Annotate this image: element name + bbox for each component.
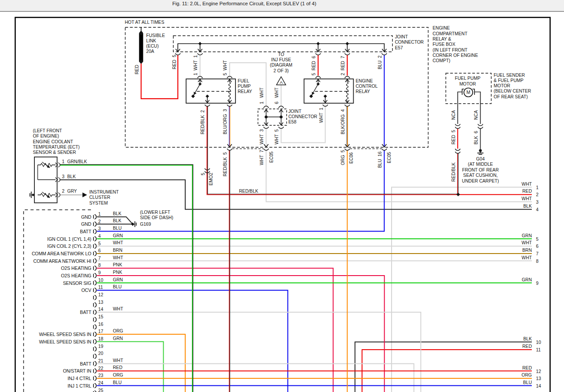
svg-text:1: 1	[98, 212, 101, 217]
svg-text:4: 4	[536, 207, 539, 212]
svg-text:12: 12	[98, 292, 104, 297]
svg-text:6: 6	[98, 248, 101, 253]
svg-text:E58: E58	[288, 119, 296, 124]
svg-text:20: 20	[98, 351, 104, 356]
svg-text:MOTOR: MOTOR	[494, 83, 511, 88]
svg-text:16: 16	[98, 322, 104, 327]
svg-text:FUSIBLE: FUSIBLE	[146, 33, 165, 38]
svg-text:5: 5	[98, 241, 101, 246]
svg-text:CORNER OF ENGINE: CORNER OF ENGINE	[433, 53, 478, 58]
svg-text:RELAY &: RELAY &	[433, 37, 451, 41]
svg-text:RED: RED	[522, 344, 532, 349]
svg-text:15: 15	[98, 314, 104, 319]
svg-text:GRN: GRN	[522, 277, 532, 282]
svg-text:EC05: EC05	[269, 151, 274, 163]
svg-text:ON/START IN: ON/START IN	[63, 368, 91, 373]
svg-text:IGN COIL 2 (CYL 2,3): IGN COIL 2 (CYL 2,3)	[47, 243, 91, 249]
svg-text:11: 11	[536, 347, 541, 352]
svg-text:WHT 3: WHT 3	[259, 129, 264, 145]
svg-text:WHT: WHT	[522, 182, 532, 187]
svg-text:19: 19	[98, 344, 104, 349]
svg-text:20A: 20A	[146, 49, 154, 54]
svg-text:& FUEL PUMP: & FUEL PUMP	[494, 78, 524, 83]
svg-text:BLK: BLK	[523, 336, 532, 341]
svg-text:BRN: BRN	[113, 248, 123, 253]
svg-text:COMM AREA NETWORK LO: COMM AREA NETWORK LO	[32, 251, 91, 256]
svg-text:ENGINE: ENGINE	[433, 26, 450, 30]
svg-text:5 RED 6: 5 RED 6	[311, 56, 316, 75]
svg-text:RED: RED	[522, 189, 532, 194]
svg-text:WHT: WHT	[522, 255, 532, 260]
svg-text:2: 2	[98, 219, 101, 224]
svg-text:COMPT): COMPT)	[433, 58, 450, 63]
svg-text:GRN: GRN	[113, 336, 123, 341]
svg-text:RED/BLK: RED/BLK	[239, 189, 258, 194]
svg-text:GRN: GRN	[113, 277, 123, 282]
svg-text:13: 13	[98, 300, 104, 305]
svg-text:G04: G04	[476, 157, 485, 161]
svg-text:ORG 5: ORG 5	[340, 150, 345, 165]
svg-text:SEAT CUSHION,: SEAT CUSHION,	[463, 173, 497, 178]
svg-text:(BELOW CENTER: (BELOW CENTER	[494, 89, 531, 93]
svg-text:14: 14	[98, 307, 104, 312]
svg-text:OF REAR SEAT): OF REAR SEAT)	[494, 94, 528, 99]
svg-text:BATT: BATT	[80, 229, 91, 234]
svg-text:2: 2	[536, 192, 539, 197]
svg-text:(LEFT FRONT: (LEFT FRONT	[33, 128, 62, 133]
svg-text:M: M	[467, 90, 471, 95]
svg-text:ORG: ORG	[522, 373, 532, 377]
svg-text:EC06: EC06	[349, 152, 354, 164]
svg-text:COMM AREA NETWORK HI: COMM AREA NETWORK HI	[33, 258, 91, 264]
svg-text:O2S HEATING: O2S HEATING	[61, 265, 91, 271]
svg-text:WHT 1: WHT 1	[319, 108, 324, 123]
svg-text:14: 14	[536, 384, 542, 388]
svg-text:INSTRUMENT: INSTRUMENT	[90, 190, 119, 194]
svg-text:6 WHT: 6 WHT	[274, 88, 279, 104]
svg-text:7: 7	[536, 251, 539, 256]
svg-text:SENSOR & SENDER: SENSOR & SENDER	[33, 150, 76, 155]
svg-text:BATT: BATT	[80, 361, 91, 366]
svg-text:1 WHT: 1 WHT	[259, 88, 264, 104]
svg-text:ORG: ORG	[113, 329, 123, 333]
svg-text:NCA: NCA	[474, 110, 478, 120]
svg-text:JOINT: JOINT	[395, 34, 408, 39]
svg-text:WHT: WHT	[113, 240, 123, 245]
svg-text:LINK: LINK	[146, 38, 157, 43]
svg-text:BLK: BLK	[113, 211, 121, 216]
svg-text:(ECU): (ECU)	[146, 44, 159, 49]
svg-text:CONNECTOR: CONNECTOR	[395, 40, 424, 45]
svg-text:FUSE BOX: FUSE BOX	[433, 42, 456, 47]
svg-text:9: 9	[536, 281, 539, 286]
svg-text:A: A	[280, 80, 283, 85]
svg-text:WHT 7: WHT 7	[259, 150, 264, 165]
svg-text:GND: GND	[81, 214, 92, 220]
svg-text:RED/BLK: RED/BLK	[451, 162, 456, 182]
svg-text:UNDER CARPET): UNDER CARPET)	[462, 179, 499, 183]
svg-text:BLK: BLK	[67, 174, 76, 179]
svg-text:WHT 5: WHT 5	[274, 129, 279, 145]
svg-text:BLK: BLK	[113, 218, 121, 223]
svg-text:GRN: GRN	[522, 233, 532, 238]
svg-text:FUEL PUMP: FUEL PUMP	[455, 76, 481, 81]
svg-text:GND: GND	[81, 221, 92, 227]
svg-text:RELAY: RELAY	[356, 89, 370, 94]
svg-text:WHT: WHT	[113, 255, 123, 260]
svg-text:BLU 16: BLU 16	[377, 151, 382, 168]
svg-text:FUEL: FUEL	[238, 78, 249, 83]
svg-text:ORG: ORG	[113, 373, 123, 377]
svg-text:BLU: BLU	[113, 226, 122, 231]
svg-text:RED 5: RED 5	[451, 130, 456, 144]
svg-text:24: 24	[98, 381, 104, 385]
svg-text:PUMP: PUMP	[238, 84, 251, 89]
svg-text:OF ENGINE): OF ENGINE)	[33, 134, 59, 138]
svg-text:INJ FUSE: INJ FUSE	[271, 57, 291, 62]
svg-text:PNK: PNK	[113, 270, 122, 275]
svg-text:GRN: GRN	[113, 233, 123, 238]
svg-text:HOT AT ALL TIMES: HOT AT ALL TIMES	[125, 20, 164, 25]
svg-text:WHEEL SPEED SENS IN: WHEEL SPEED SENS IN	[39, 339, 92, 344]
svg-text:23: 23	[98, 373, 104, 378]
svg-text:3: 3	[98, 226, 101, 231]
svg-text:INJ 1 CTRL: INJ 1 CTRL	[67, 383, 91, 388]
svg-text:2: 2	[62, 189, 65, 194]
svg-text:EC05: EC05	[387, 152, 392, 163]
